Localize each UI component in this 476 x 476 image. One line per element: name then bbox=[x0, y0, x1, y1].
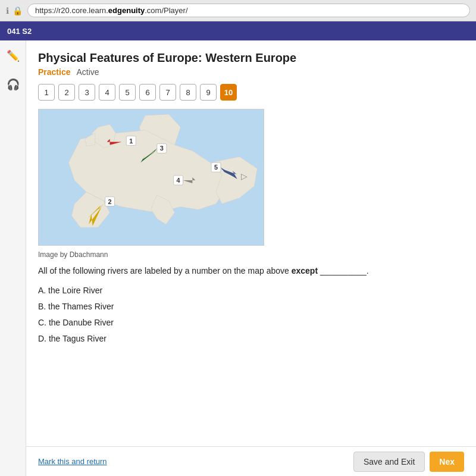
subtitle-row: Practice Active bbox=[38, 67, 464, 77]
url-text-suffix: .com/Player/ bbox=[145, 6, 187, 15]
browser-icons: ℹ 🔒 bbox=[6, 6, 23, 15]
browser-bar: ℹ 🔒 https://r20.core.learn.edgenuity.com… bbox=[0, 0, 476, 21]
svg-text:5: 5 bbox=[214, 164, 218, 171]
question-btn-4[interactable]: 4 bbox=[99, 84, 115, 101]
next-button[interactable]: Nex bbox=[430, 452, 464, 472]
subtitle-active: Active bbox=[76, 67, 99, 77]
question-btn-3[interactable]: 3 bbox=[79, 84, 95, 101]
answer-option-c[interactable]: C. the Danube River bbox=[38, 317, 464, 329]
bottom-buttons: Save and Exit Nex bbox=[353, 452, 464, 472]
subtitle-practice: Practice bbox=[38, 67, 70, 77]
url-domain: edgenuity bbox=[108, 6, 145, 15]
question-btn-6[interactable]: 6 bbox=[139, 84, 156, 101]
answer-option-b[interactable]: B. the Thames River bbox=[38, 300, 464, 313]
question-btn-2[interactable]: 2 bbox=[58, 84, 75, 101]
url-text-prefix: https://r20.core.learn. bbox=[35, 6, 108, 15]
app-header-title: 041 S2 bbox=[7, 27, 32, 36]
question-btn-10[interactable]: 10 bbox=[220, 84, 237, 101]
question-text: All of the following rivers are labeled … bbox=[38, 265, 464, 277]
pencil-icon[interactable]: ✏️ bbox=[4, 46, 23, 65]
content-area: Physical Features of Europe: Western Eur… bbox=[26, 40, 476, 476]
app-header: 041 S2 bbox=[0, 21, 476, 40]
answer-option-a[interactable]: A. the Loire River bbox=[38, 284, 464, 297]
mark-return-link[interactable]: Mark this and return bbox=[38, 457, 107, 466]
main-content: ✏️ 🎧 Physical Features of Europe: Wester… bbox=[0, 40, 476, 476]
url-bar[interactable]: https://r20.core.learn.edgenuity.com/Pla… bbox=[27, 4, 470, 17]
svg-text:1: 1 bbox=[129, 137, 133, 145]
bottom-bar: Mark this and return Save and Exit Nex bbox=[26, 446, 476, 476]
svg-text:3: 3 bbox=[160, 145, 164, 152]
image-credit: Image by Dbachmann bbox=[38, 250, 464, 259]
lock-icon: 🔒 bbox=[12, 6, 23, 15]
question-btn-5[interactable]: 5 bbox=[119, 84, 136, 101]
svg-text:▷: ▷ bbox=[241, 171, 248, 181]
svg-text:4: 4 bbox=[177, 177, 180, 184]
question-btn-7[interactable]: 7 bbox=[159, 84, 176, 101]
question-numbers: 1 2 3 4 5 6 7 8 9 10 bbox=[38, 84, 464, 101]
svg-text:2: 2 bbox=[108, 198, 112, 205]
question-btn-8[interactable]: 8 bbox=[180, 84, 196, 101]
question-btn-9[interactable]: 9 bbox=[200, 84, 217, 101]
map-container: 1 2 3 4 5 bbox=[38, 109, 264, 246]
page-title: Physical Features of Europe: Western Eur… bbox=[38, 51, 464, 65]
sidebar: ✏️ 🎧 bbox=[0, 40, 26, 476]
answer-option-d[interactable]: D. the Tagus River bbox=[38, 333, 464, 345]
info-icon: ℹ bbox=[6, 6, 9, 15]
headphone-icon[interactable]: 🎧 bbox=[4, 75, 23, 94]
question-btn-1[interactable]: 1 bbox=[38, 84, 55, 101]
save-exit-button[interactable]: Save and Exit bbox=[353, 452, 425, 472]
